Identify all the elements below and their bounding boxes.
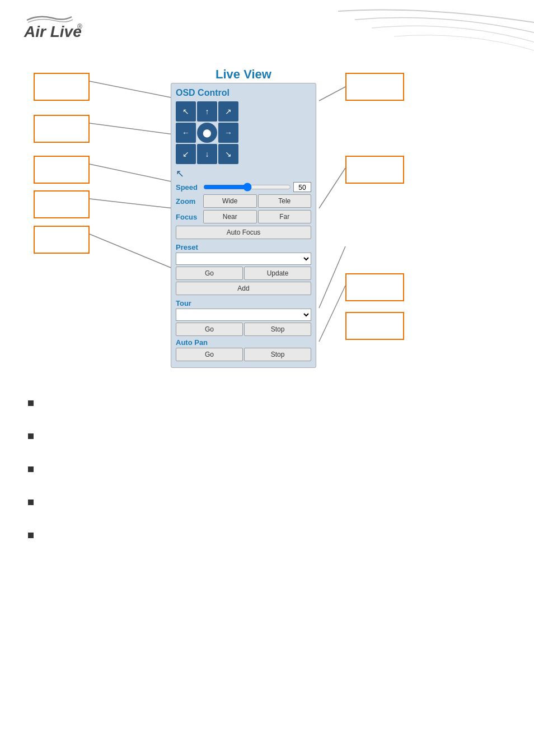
anno-box-3 — [34, 156, 90, 184]
main-panel: Live View OSD Control ↖ ↑ ↗ ← ⬤ → ↙ ↓ ↘ … — [157, 67, 330, 368]
zoom-tele-button[interactable]: Tele — [258, 194, 312, 208]
osd-panel: OSD Control ↖ ↑ ↗ ← ⬤ → ↙ ↓ ↘ ↖ Speed 50… — [171, 83, 316, 368]
dpad-ne-button[interactable]: ↗ — [218, 101, 238, 122]
tour-select[interactable] — [176, 309, 311, 321]
bullet-text-1 — [40, 398, 43, 409]
panel-title: Live View — [157, 67, 330, 82]
bullet-square-5 — [28, 533, 34, 538]
focus-row: Focus Near Far — [176, 210, 311, 223]
anno-box-5 — [34, 226, 90, 254]
svg-text:®: ® — [77, 23, 82, 31]
bullet-square-3 — [28, 466, 34, 472]
autopan-go-button[interactable]: Go — [176, 348, 243, 361]
bullet-text-5 — [40, 530, 43, 542]
focus-far-button[interactable]: Far — [258, 210, 312, 223]
dpad-sw-button[interactable]: ↙ — [176, 144, 196, 164]
osd-title: OSD Control — [176, 88, 311, 98]
dpad-center-button[interactable]: ⬤ — [197, 123, 217, 143]
autopan-label: Auto Pan — [176, 338, 311, 347]
zoom-label: Zoom — [176, 197, 201, 206]
bullet-item-4 — [28, 497, 509, 508]
focus-near-button[interactable]: Near — [203, 210, 257, 223]
bullet-text-2 — [40, 431, 43, 442]
zoom-wide-button[interactable]: Wide — [203, 194, 257, 208]
preset-go-update-row: Go Update — [176, 267, 311, 280]
svg-text:Air Live: Air Live — [24, 23, 82, 40]
dpad-s-button[interactable]: ↓ — [197, 144, 217, 164]
bullet-square-4 — [28, 500, 34, 505]
tour-label: Tour — [176, 299, 311, 307]
autopan-go-stop-row: Go Stop — [176, 348, 311, 361]
auto-focus-button[interactable]: Auto Focus — [176, 226, 311, 239]
anno-box-1 — [34, 73, 90, 101]
header: Air Live ® — [0, 0, 534, 62]
bullet-square-1 — [28, 400, 34, 406]
bullet-square-2 — [28, 433, 34, 439]
tour-go-stop-row: Go Stop — [176, 323, 311, 336]
anno-box-9 — [345, 312, 404, 340]
bullet-item-2 — [28, 431, 509, 442]
preset-select[interactable] — [176, 253, 311, 265]
bullet-item-3 — [28, 464, 509, 475]
airlive-logo: Air Live ® — [21, 10, 105, 46]
bullets-section — [28, 398, 509, 563]
zoom-row: Zoom Wide Tele — [176, 194, 311, 208]
bullet-item-1 — [28, 398, 509, 409]
dpad-w-button[interactable]: ← — [176, 123, 196, 143]
swoosh-decoration — [254, 0, 534, 67]
cursor-indicator: ↖ — [176, 167, 311, 180]
preset-label: Preset — [176, 243, 311, 251]
dpad-se-button[interactable]: ↘ — [218, 144, 238, 164]
tour-go-button[interactable]: Go — [176, 323, 243, 336]
direction-pad: ↖ ↑ ↗ ← ⬤ → ↙ ↓ ↘ — [176, 101, 311, 164]
focus-label: Focus — [176, 213, 201, 221]
anno-box-8 — [345, 273, 404, 301]
dpad-n-button[interactable]: ↑ — [197, 101, 217, 122]
bullet-item-5 — [28, 530, 509, 542]
anno-box-6 — [345, 73, 404, 101]
anno-box-2 — [34, 115, 90, 143]
speed-label: Speed — [176, 183, 201, 192]
speed-slider[interactable] — [203, 183, 291, 191]
speed-row: Speed 50 — [176, 182, 311, 192]
bullet-text-3 — [40, 464, 43, 475]
tour-stop-button[interactable]: Stop — [244, 323, 311, 336]
autopan-stop-button[interactable]: Stop — [244, 348, 311, 361]
preset-go-button[interactable]: Go — [176, 267, 243, 280]
anno-box-7 — [345, 156, 404, 184]
anno-box-4 — [34, 190, 90, 218]
dpad-nw-button[interactable]: ↖ — [176, 101, 196, 122]
dpad-e-button[interactable]: → — [218, 123, 238, 143]
bullet-text-4 — [40, 497, 43, 508]
preset-add-button[interactable]: Add — [176, 282, 311, 295]
preset-update-button[interactable]: Update — [244, 267, 311, 280]
speed-value: 50 — [293, 182, 311, 192]
logo: Air Live ® — [21, 10, 105, 49]
